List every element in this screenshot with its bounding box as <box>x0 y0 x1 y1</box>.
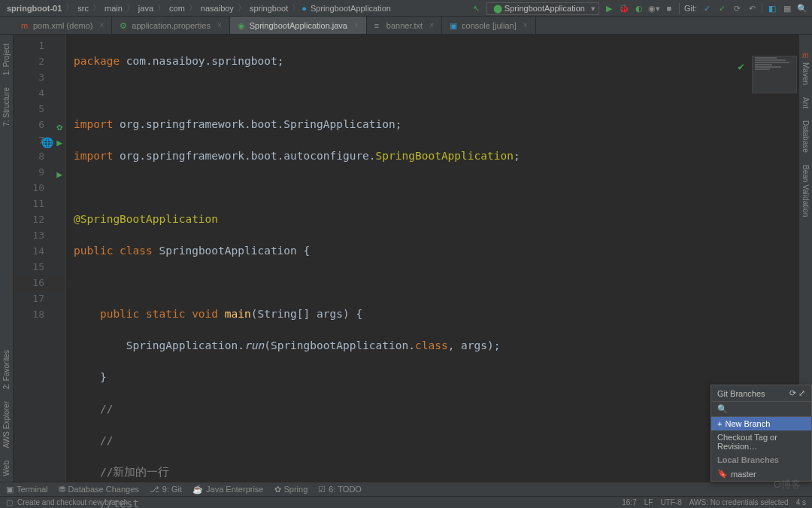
breadcrumb-item[interactable]: src <box>75 4 91 13</box>
breadcrumb-item[interactable]: main <box>102 4 125 13</box>
side-database[interactable]: Database <box>801 114 810 159</box>
side-aws[interactable]: AWS Explorer <box>2 395 11 454</box>
expand-icon[interactable]: ⤢ <box>798 388 805 397</box>
side-bean[interactable]: Bean Validation <box>801 159 810 223</box>
debug-icon[interactable]: 🐞 <box>619 3 629 14</box>
git-label: Git: <box>684 4 697 13</box>
hammer-icon[interactable]: ↖ <box>471 3 482 14</box>
git-history-icon[interactable]: ⟳ <box>732 3 742 14</box>
breadcrumb-item[interactable]: java <box>136 4 156 13</box>
editor-tabs: mpom.xml (demo)× ⚙application.properties… <box>0 17 812 35</box>
side-structure[interactable]: 7: Structure <box>2 81 11 132</box>
globe-icon[interactable]: 🌐 <box>41 135 52 145</box>
close-icon[interactable]: × <box>354 21 359 29</box>
git-popup-header: Git Branches ⟳ ⤢ <box>711 385 811 402</box>
spring-icon[interactable]: ✿ <box>52 119 62 129</box>
class-icon: ● <box>301 4 307 13</box>
breadcrumb-item[interactable]: com <box>167 4 187 13</box>
minimap[interactable] <box>752 56 797 93</box>
side-maven[interactable]: mMaven <box>801 45 810 91</box>
aws-icon[interactable]: ◧ <box>767 3 777 14</box>
tab-txt[interactable]: ≡banner.txt× <box>367 17 442 34</box>
tab-pom[interactable]: mpom.xml (demo)× <box>14 17 112 34</box>
breadcrumb-item[interactable]: nasaiboy <box>198 4 236 13</box>
refresh-icon[interactable]: ⟳ <box>789 388 796 397</box>
tab-java-active[interactable]: ◉SpringbootApplication.java× <box>230 17 367 34</box>
git-local-section: Local Branches <box>711 453 811 467</box>
git-search[interactable]: 🔍 <box>711 402 811 417</box>
close-icon[interactable]: × <box>99 21 104 29</box>
code-editor[interactable]: 1 2 3 4 5 6✿ 7▶🌐 8 9▶ 10 11 12 13 14 15 … <box>14 35 798 482</box>
profile-icon[interactable]: ◉▾ <box>649 3 659 14</box>
tab-properties[interactable]: ⚙application.properties× <box>112 17 229 34</box>
run-icon[interactable]: ▶ <box>604 3 614 14</box>
side-project[interactable]: 1: Project <box>2 38 11 81</box>
close-icon[interactable]: × <box>523 21 528 29</box>
inspection-ok-icon[interactable]: ✔ <box>738 59 744 75</box>
git-update-icon[interactable]: ✓ <box>701 3 712 14</box>
tool-terminal[interactable]: ▣ Terminal <box>6 485 48 494</box>
ide-icon[interactable]: ▦ <box>782 3 792 14</box>
close-icon[interactable]: × <box>217 21 222 29</box>
tag-icon: 🔖 <box>717 469 728 479</box>
left-sidebar: 1: Project 7: Structure 2: Favorites AWS… <box>0 35 14 482</box>
plus-icon: + <box>717 419 722 428</box>
git-branch-master[interactable]: 🔖master <box>711 467 811 481</box>
side-web[interactable]: Web <box>2 455 11 482</box>
run-config-dropdown[interactable]: ⬤ SpringbootApplication▾ <box>486 2 599 15</box>
git-commit-icon[interactable]: ✓ <box>717 3 727 14</box>
git-revert-icon[interactable]: ↶ <box>747 3 757 14</box>
run-gutter-icon[interactable]: ▶ <box>52 166 62 177</box>
breadcrumb-item[interactable]: springboot <box>247 4 290 13</box>
breadcrumb-root[interactable]: springboot-01 <box>5 4 64 13</box>
close-icon[interactable]: × <box>429 21 434 29</box>
side-favorites[interactable]: 2: Favorites <box>2 344 11 395</box>
status-icon[interactable]: ▢ <box>6 498 13 506</box>
gutter: 1 2 3 4 5 6✿ 7▶🌐 8 9▶ 10 11 12 13 14 15 … <box>14 35 66 482</box>
tab-console[interactable]: ▣console [julian]× <box>442 17 536 34</box>
git-checkout-tag[interactable]: Checkout Tag or Revision… <box>711 430 811 453</box>
stop-icon[interactable]: ■ <box>664 3 674 14</box>
git-branches-popup: Git Branches ⟳ ⤢ 🔍 +New Branch Checkout … <box>710 385 812 482</box>
breadcrumb-item[interactable]: SpringbootApplication <box>308 4 393 13</box>
search-icon[interactable]: 🔍 <box>797 3 807 14</box>
toolbar-right: ↖ ⬤ SpringbootApplication▾ ▶ 🐞 ◐ ◉▾ ■ Gi… <box>471 0 807 17</box>
coverage-icon[interactable]: ◐ <box>634 3 644 14</box>
code-content[interactable]: package com.nasaiboy.springboot; import … <box>66 35 798 482</box>
run-gutter-icon[interactable]: ▶ <box>52 135 62 145</box>
side-ant[interactable]: Ant <box>801 91 810 114</box>
breadcrumb-bar: springboot-01 〉 src 〉 main 〉 java 〉 com … <box>0 0 812 17</box>
git-new-branch[interactable]: +New Branch <box>711 417 811 430</box>
